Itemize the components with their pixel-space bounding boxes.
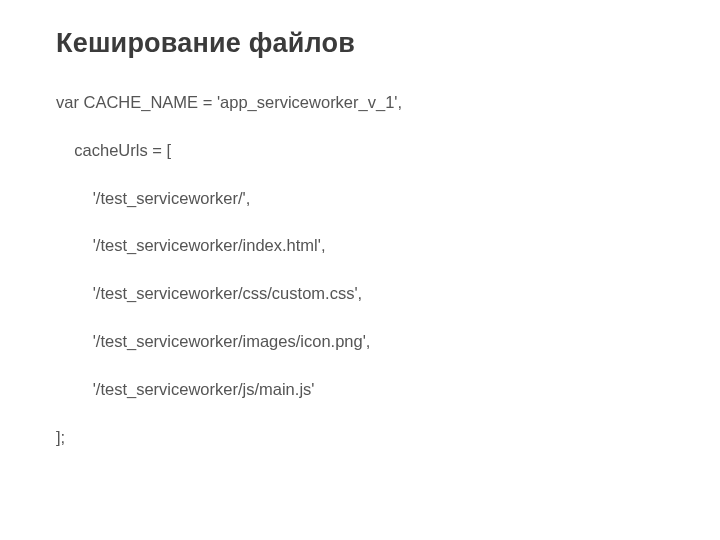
code-line: '/test_serviceworker/js/main.js' xyxy=(56,380,664,400)
code-line: var CACHE_NAME = 'app_serviceworker_v_1'… xyxy=(56,93,664,113)
code-line: cacheUrls = [ xyxy=(56,141,664,161)
slide-title: Кеширование файлов xyxy=(56,28,664,59)
slide: Кеширование файлов var CACHE_NAME = 'app… xyxy=(0,0,720,467)
code-line: '/test_serviceworker/', xyxy=(56,189,664,209)
code-line: ]; xyxy=(56,428,664,448)
code-line: '/test_serviceworker/images/icon.png', xyxy=(56,332,664,352)
code-block: var CACHE_NAME = 'app_serviceworker_v_1'… xyxy=(56,93,664,447)
code-line: '/test_serviceworker/index.html', xyxy=(56,236,664,256)
code-line: '/test_serviceworker/css/custom.css', xyxy=(56,284,664,304)
